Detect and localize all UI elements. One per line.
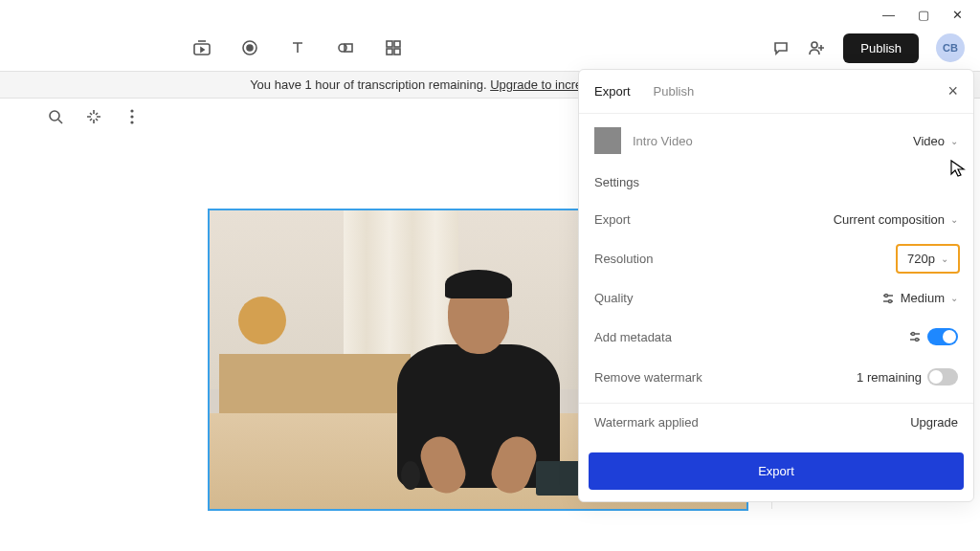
- text-icon[interactable]: [287, 37, 308, 58]
- export-panel: Export Publish × Intro Video Video⌄ Sett…: [578, 69, 974, 502]
- video-title: Intro Video: [633, 134, 693, 148]
- svg-rect-6: [394, 41, 400, 47]
- invite-icon[interactable]: [807, 39, 826, 56]
- media-icon[interactable]: [191, 37, 212, 58]
- close-window-button[interactable]: ✕: [952, 8, 963, 22]
- more-icon[interactable]: [122, 107, 142, 126]
- search-icon[interactable]: [46, 107, 65, 126]
- topbar-tools: [191, 37, 404, 58]
- maximize-button[interactable]: ▢: [918, 8, 929, 22]
- topbar: Publish CB: [0, 27, 980, 69]
- svg-point-17: [916, 339, 919, 342]
- quality-label: Quality: [594, 291, 881, 305]
- watermark-applied-row: Watermark applied Upgrade: [579, 403, 973, 441]
- remove-watermark-row: Remove watermark 1 remaining: [579, 357, 973, 397]
- export-type-select[interactable]: Video⌄: [913, 134, 958, 148]
- svg-rect-7: [387, 49, 392, 55]
- upgrade-button[interactable]: Upgrade: [910, 415, 958, 430]
- chevron-down-icon: ⌄: [950, 293, 958, 303]
- export-title-row: Intro Video Video⌄: [579, 114, 973, 167]
- metadata-row: Add metadata: [579, 317, 973, 357]
- comment-icon[interactable]: [772, 39, 790, 56]
- close-icon[interactable]: ×: [947, 81, 958, 101]
- sliders-icon[interactable]: [908, 330, 922, 343]
- export-scope-label: Export: [594, 212, 834, 227]
- svg-point-10: [50, 111, 59, 121]
- svg-point-12: [130, 115, 133, 118]
- avatar[interactable]: CB: [936, 33, 965, 62]
- shapes-icon[interactable]: [335, 37, 356, 58]
- publish-button[interactable]: Publish: [843, 33, 919, 63]
- tab-publish[interactable]: Publish: [654, 84, 695, 99]
- svg-point-13: [130, 121, 133, 123]
- chevron-down-icon: ⌄: [941, 253, 948, 264]
- svg-point-14: [884, 294, 887, 297]
- notice-text: You have 1 hour of transcription remaini…: [250, 77, 490, 92]
- remove-watermark-toggle[interactable]: [927, 368, 958, 386]
- resolution-label: Resolution: [594, 252, 898, 266]
- remove-watermark-remaining: 1 remaining: [857, 370, 922, 385]
- topbar-right: Publish CB: [772, 33, 965, 63]
- chevron-down-icon: ⌄: [950, 214, 958, 225]
- watermark-applied-label: Watermark applied: [594, 415, 910, 430]
- export-scope-row: Export Current composition⌄: [579, 201, 973, 238]
- minimize-button[interactable]: —: [882, 8, 895, 22]
- svg-rect-5: [387, 41, 392, 47]
- svg-point-9: [812, 42, 817, 48]
- resolution-row: Resolution 720p⌄: [579, 238, 973, 279]
- svg-point-16: [912, 333, 915, 336]
- sliders-icon: [881, 292, 895, 305]
- resolution-select[interactable]: 720p⌄: [896, 244, 960, 274]
- quality-row: Quality Medium⌄: [579, 279, 973, 317]
- metadata-label: Add metadata: [594, 330, 908, 344]
- record-icon[interactable]: [239, 37, 260, 58]
- video-thumbnail: [594, 127, 621, 154]
- tab-export[interactable]: Export: [594, 84, 631, 99]
- panel-tabs: Export Publish ×: [579, 70, 973, 114]
- svg-point-11: [130, 109, 133, 112]
- settings-header: Settings: [579, 167, 973, 201]
- svg-point-2: [247, 45, 253, 51]
- export-scope-select[interactable]: Current composition⌄: [834, 212, 958, 227]
- left-rail: [46, 98, 142, 126]
- chevron-down-icon: ⌄: [950, 136, 958, 146]
- remove-watermark-label: Remove watermark: [594, 370, 857, 385]
- sparkle-icon[interactable]: [84, 107, 103, 126]
- quality-select[interactable]: Medium⌄: [881, 291, 958, 305]
- svg-point-15: [888, 299, 891, 302]
- metadata-toggle[interactable]: [927, 328, 958, 345]
- export-button[interactable]: Export: [589, 452, 964, 490]
- templates-icon[interactable]: [383, 37, 404, 58]
- window-controls: — ▢ ✕: [865, 0, 980, 30]
- svg-rect-8: [394, 49, 400, 55]
